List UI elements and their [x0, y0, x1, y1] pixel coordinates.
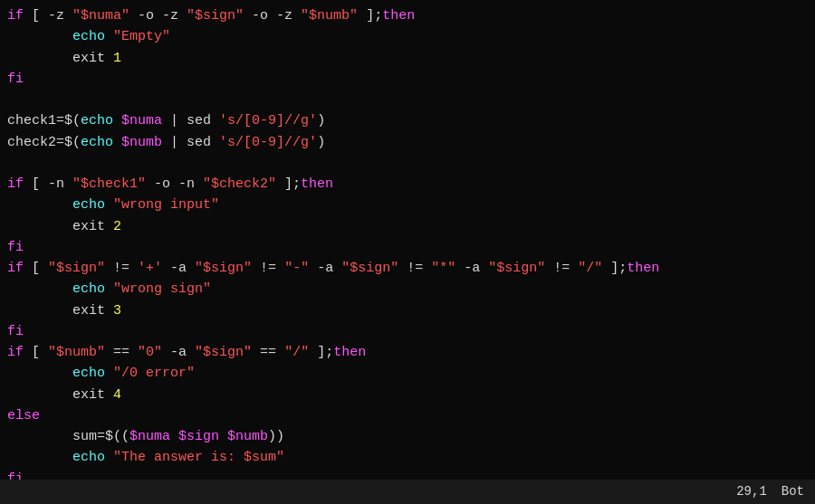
line-20: else — [7, 405, 808, 426]
line-17: if [ "$numb" == "0" -a "$sign" == "/" ];… — [7, 342, 808, 363]
line-1: if [ -z "$numa" -o -z "$sign" -o -z "$nu… — [7, 5, 808, 26]
status-bar: 29,1 Bot — [0, 480, 815, 504]
line-13: if [ "$sign" != '+' -a "$sign" != "-" -a… — [7, 258, 808, 279]
line-8 — [7, 153, 808, 174]
line-21: sum=$(($numa $sign $numb)) — [7, 426, 808, 447]
line-18: echo "/0 error" — [7, 363, 808, 384]
line-22: echo "The answer is: $sum" — [7, 447, 808, 468]
line-2: echo "Empty" — [7, 26, 808, 47]
line-12: fi — [7, 237, 808, 258]
line-16: fi — [7, 321, 808, 342]
line-10: echo "wrong input" — [7, 195, 808, 215]
line-19: exit 4 — [7, 385, 808, 405]
editor-mode: Bot — [781, 482, 804, 502]
line-9: if [ -n "$check1" -o -n "$check2" ];then — [7, 174, 808, 195]
line-11: exit 2 — [7, 216, 808, 237]
line-3: exit 1 — [7, 48, 808, 69]
line-7: check2=$(echo $numb | sed 's/[0-9]//g') — [7, 132, 808, 153]
code-editor: if [ -z "$numa" -o -z "$sign" -o -z "$nu… — [0, 0, 815, 480]
cursor-position: 29,1 — [736, 482, 767, 502]
line-4: fi — [7, 69, 808, 90]
line-5 — [7, 90, 808, 110]
line-6: check1=$(echo $numa | sed 's/[0-9]//g') — [7, 110, 808, 131]
line-14: echo "wrong sign" — [7, 279, 808, 300]
line-23: fi — [7, 469, 808, 480]
line-15: exit 3 — [7, 300, 808, 321]
